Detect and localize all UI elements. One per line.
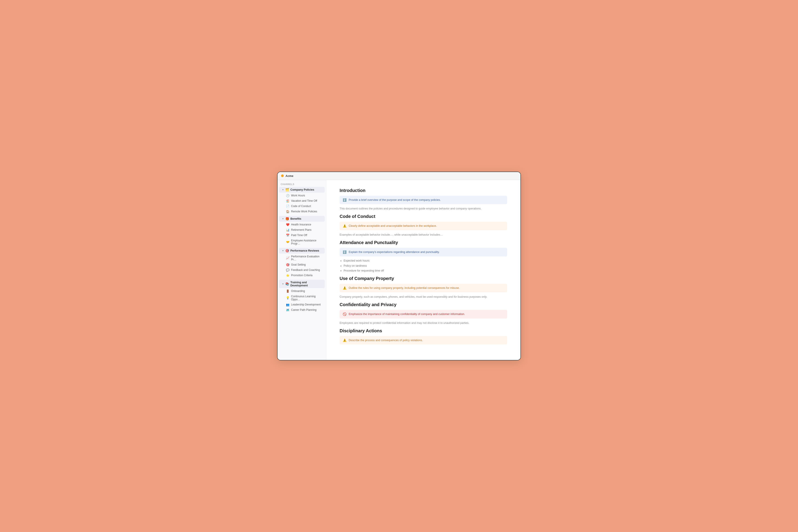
item-label: Continuous Learning Oppo… [291,295,322,301]
sidebar-item-health-insurance[interactable]: ❤️Health Insurance [279,222,325,227]
section-title-confidentiality: Confidentiality and Privacy [340,302,507,307]
sidebar-group-header-benefits[interactable]: ▼🎁Benefits [279,216,325,222]
group-icon: 🎁 [285,217,289,221]
group-label: Benefits [290,217,301,220]
item-icon: 💬 [286,268,289,272]
section-introduction: Introductionℹ️Provide a brief overview o… [340,188,507,211]
section-company-property: Use of Company Property⚠️Outline the rul… [340,276,507,299]
sidebar-item-performance-eval[interactable]: 📈Performance Evaluation Pr… [279,254,325,262]
section-body-introduction: This document outlines the policies and … [340,206,507,211]
item-icon: 🚪 [286,289,289,293]
sidebar-item-code-of-conduct[interactable]: 📄Code of Conduct [279,204,325,209]
item-label: Onboarding [291,289,305,292]
hint-text-introduction: Provide a brief overview of the purpose … [349,198,441,202]
hint-icon-code-of-conduct: ⚠️ [343,224,346,228]
section-title-attendance: Attendance and Punctuality [340,240,507,245]
item-icon: 🏖️ [286,199,289,203]
item-icon: 👥 [286,303,289,306]
group-label: Training and Development [290,281,322,287]
arrow-icon: ▼ [282,189,284,191]
item-label: Career Path Planning [291,308,317,311]
hint-icon-confidentiality: 🚫 [343,312,346,316]
list-item: Policy on tardiness [344,264,507,268]
item-label: Promotion Criteria [291,274,312,277]
item-label: Vacation and Time Off [291,199,317,202]
item-icon: 🕐 [286,194,289,197]
sidebar-group-header-performance-reviews[interactable]: ▼🎯Performance Reviews [279,248,325,253]
section-title-disciplinary: Disciplinary Actions [340,328,507,334]
hint-text-disciplinary: Describe the process and consequences of… [349,338,423,342]
section-title-code-of-conduct: Code of Conduct [340,214,507,219]
item-icon: 🤝 [286,240,289,244]
section-attendance: Attendance and Punctualityℹ️Explain the … [340,240,507,273]
sidebar-group-header-training-development[interactable]: ▼📚Training and Development [279,280,325,288]
sidebar-item-remote-work[interactable]: 🏠Remote Work Policies [279,209,325,214]
sidebar-group-company-policies: ▼🗂️Company Policies🕐Work Hours🏖️Vacation… [278,187,326,214]
item-icon: 📊 [286,228,289,232]
group-icon: 🎯 [285,249,289,252]
sidebar-group-benefits: ▼🎁Benefits❤️Health Insurance📊Retirement … [278,216,326,246]
sidebar-item-onboarding[interactable]: 🚪Onboarding [279,289,325,294]
brand-dot [281,174,284,177]
group-label: Company Policies [290,188,314,191]
item-icon: ⭐ [286,274,289,277]
sidebar-item-vacation[interactable]: 🏖️Vacation and Time Off [279,198,325,204]
hint-box-disciplinary: ⚠️Describe the process and consequences … [340,336,507,345]
app-window: Acme CHANNELS ▼🗂️Company Policies🕐Work H… [277,172,521,361]
main-content[interactable]: Introductionℹ️Provide a brief overview o… [326,180,520,360]
sidebar-item-work-hours[interactable]: 🕐Work Hours [279,193,325,198]
hint-icon-company-property: ⚠️ [343,286,346,290]
sidebar: CHANNELS ▼🗂️Company Policies🕐Work Hours🏖… [278,180,326,360]
section-body-confidentiality: Employees are required to protect confid… [340,321,507,325]
item-label: Paid Time Off [291,234,307,237]
list-item: Expected work hours [344,259,507,263]
item-label: Leadership Development [291,303,321,306]
sidebar-group-header-company-policies[interactable]: ▼🗂️Company Policies [279,187,325,193]
sidebar-group-training-development: ▼📚Training and Development🚪Onboarding💡Co… [278,280,326,312]
item-label: Performance Evaluation Pr… [291,255,322,261]
item-icon: 📄 [286,205,289,208]
hint-text-confidentiality: Emphasize the importance of maintaining … [349,312,465,316]
item-icon: 💡 [286,296,289,300]
list-item: Procedure for requesting time off [344,269,507,273]
hint-icon-attendance: ℹ️ [343,250,346,254]
item-label: Health Insurance [291,223,311,226]
section-code-of-conduct: Code of Conduct⚠️Clearly define acceptab… [340,214,507,237]
item-icon: 🎯 [286,263,289,266]
group-icon: 📚 [285,282,289,286]
bullet-list-attendance: Expected work hoursPolicy on tardinessPr… [344,259,507,273]
item-label: Retirement Plans [291,228,311,231]
item-icon: 🗺️ [286,308,289,312]
item-label: Remote Work Policies [291,210,317,213]
group-label: Performance Reviews [290,249,319,252]
item-label: Feedback and Coaching [291,268,320,271]
sidebar-item-retirement[interactable]: 📊Retirement Plans [279,227,325,232]
hint-box-company-property: ⚠️Outline the rules for using company pr… [340,284,507,292]
hint-box-introduction: ℹ️Provide a brief overview of the purpos… [340,196,507,204]
hint-icon-introduction: ℹ️ [343,198,346,202]
hint-box-confidentiality: 🚫Emphasize the importance of maintaining… [340,310,507,319]
section-title-company-property: Use of Company Property [340,276,507,281]
sidebar-item-continuous-learning[interactable]: 💡Continuous Learning Oppo… [279,294,325,302]
arrow-icon: ▼ [282,250,284,252]
sidebar-item-promotion-criteria[interactable]: ⭐Promotion Criteria [279,273,325,278]
group-icon: 🗂️ [285,188,289,191]
sidebar-group-performance-reviews: ▼🎯Performance Reviews📈Performance Evalua… [278,248,326,278]
item-label: Employee Assistance Progr… [291,239,322,245]
item-icon: 📈 [286,256,289,260]
section-confidentiality: Confidentiality and Privacy🚫Emphasize th… [340,302,507,325]
title-bar: Acme [278,172,520,180]
item-icon: 📅 [286,234,289,237]
sidebar-item-feedback-coaching[interactable]: 💬Feedback and Coaching [279,268,325,273]
sidebar-item-career-path[interactable]: 🗺️Career Path Planning [279,307,325,312]
item-label: Work Hours [291,194,305,197]
sidebar-item-goal-setting[interactable]: 🎯Goal Setting [279,262,325,267]
sidebar-item-employee-assistance[interactable]: 🤝Employee Assistance Progr… [279,238,325,246]
item-label: Goal Setting [291,263,306,266]
hint-box-attendance: ℹ️Explain the company's expectations reg… [340,248,507,256]
sidebar-item-paid-time-off[interactable]: 📅Paid Time Off [279,233,325,238]
section-body-company-property: Company property, such as computers, pho… [340,294,507,299]
sidebar-item-leadership-dev[interactable]: 👥Leadership Development [279,302,325,307]
arrow-icon: ▼ [282,283,284,285]
section-disciplinary: Disciplinary Actions⚠️Describe the proce… [340,328,507,345]
